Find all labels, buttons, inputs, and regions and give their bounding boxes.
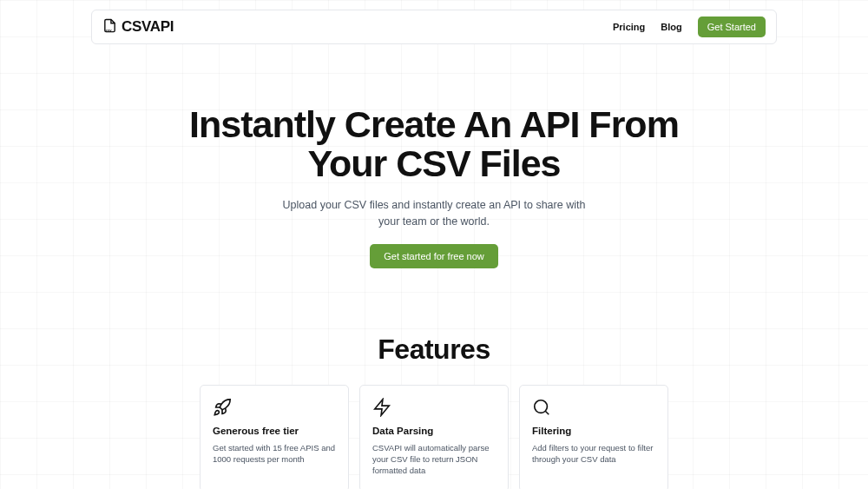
nav: Pricing Blog Get Started [613, 17, 766, 37]
feature-desc: CSVAPI will automatically parse your CSV… [372, 442, 496, 477]
header: csv CSVAPI Pricing Blog Get Started [91, 10, 777, 44]
search-icon [532, 398, 551, 417]
rocket-icon [213, 398, 232, 417]
feature-desc: Add filters to your request to filter th… [532, 442, 655, 466]
feature-card-filtering: Filtering Add filters to your request to… [519, 385, 668, 489]
lightning-icon [372, 398, 391, 417]
feature-desc: Get started with 15 free APIS and 1000 r… [213, 442, 336, 466]
feature-card-free-tier: Generous free tier Get started with 15 f… [200, 385, 349, 489]
brand-name: CSVAPI [122, 18, 174, 36]
feature-title: Filtering [532, 426, 655, 436]
hero-title-line1: Instantly Create An API From [189, 103, 679, 145]
get-started-button[interactable]: Get Started [698, 17, 766, 37]
features-heading: Features [0, 334, 868, 366]
hero-section: Instantly Create An API From Your CSV Fi… [0, 105, 868, 268]
features-section: Features Generous free tier Get started … [0, 334, 868, 489]
nav-pricing[interactable]: Pricing [613, 22, 645, 32]
svg-line-3 [545, 411, 549, 414]
hero-cta-button[interactable]: Get started for free now [370, 244, 498, 268]
features-grid: Generous free tier Get started with 15 f… [0, 385, 868, 489]
nav-blog[interactable]: Blog [661, 22, 681, 32]
file-csv-icon: csv [102, 18, 117, 36]
hero-subtitle: Upload your CSV files and instantly crea… [278, 197, 590, 230]
brand: csv CSVAPI [102, 18, 174, 36]
feature-card-parsing: Data Parsing CSVAPI will automatically p… [359, 385, 509, 489]
hero-title: Instantly Create An API From Your CSV Fi… [0, 105, 868, 183]
svg-point-2 [535, 400, 548, 413]
svg-marker-1 [375, 400, 390, 415]
feature-title: Data Parsing [372, 426, 496, 436]
hero-title-line2: Your CSV Files [307, 142, 560, 184]
svg-text:csv: csv [106, 27, 113, 31]
feature-title: Generous free tier [213, 426, 336, 436]
